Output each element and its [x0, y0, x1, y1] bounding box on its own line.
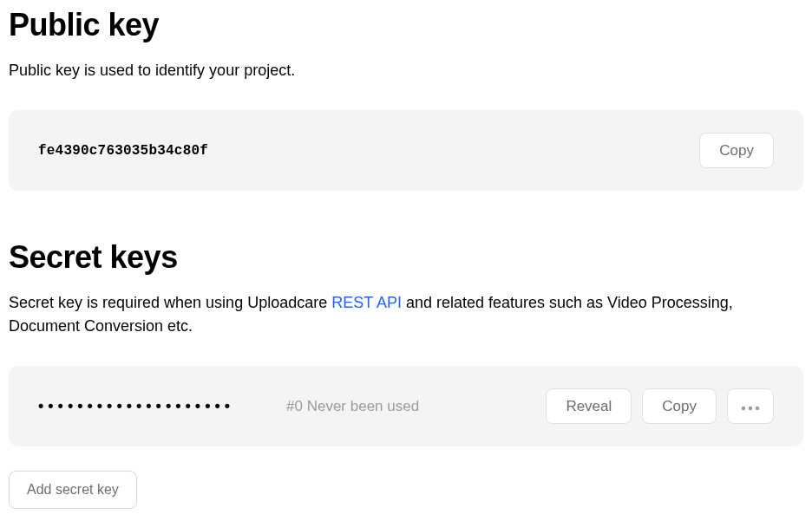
secret-keys-desc: Secret key is required when using Upload…: [9, 291, 803, 338]
add-secret-key-button[interactable]: Add secret key: [9, 471, 137, 509]
secret-keys-section: Secret keys Secret key is required when …: [9, 239, 803, 509]
secret-key-masked: ••••••••••••••••••••: [38, 397, 234, 415]
rest-api-link[interactable]: REST API: [331, 294, 402, 311]
public-key-section: Public key Public key is used to identif…: [9, 7, 803, 191]
public-key-card: fe4390c763035b34c80f Copy: [9, 110, 803, 191]
svg-point-2: [756, 407, 759, 410]
more-actions-button[interactable]: [727, 388, 774, 424]
copy-secret-button[interactable]: Copy: [642, 388, 717, 424]
secret-keys-title: Secret keys: [9, 239, 803, 276]
svg-point-0: [742, 407, 745, 410]
secret-key-actions: Reveal Copy: [546, 388, 774, 424]
more-icon: [740, 399, 761, 414]
public-key-actions: Copy: [699, 133, 774, 168]
public-key-title: Public key: [9, 7, 803, 43]
secret-desc-pre: Secret key is required when using Upload…: [9, 294, 331, 311]
public-key-value: fe4390c763035b34c80f: [38, 143, 208, 159]
add-key-row: Add secret key: [9, 471, 803, 509]
copy-public-key-button[interactable]: Copy: [699, 133, 774, 168]
public-key-desc: Public key is used to identify your proj…: [9, 59, 803, 82]
reveal-secret-button[interactable]: Reveal: [546, 388, 632, 424]
svg-point-1: [749, 407, 752, 410]
secret-key-row: •••••••••••••••••••• #0 Never been used …: [38, 388, 774, 424]
secret-key-meta: #0 Never been used: [286, 398, 494, 415]
secret-key-card: •••••••••••••••••••• #0 Never been used …: [9, 366, 803, 446]
